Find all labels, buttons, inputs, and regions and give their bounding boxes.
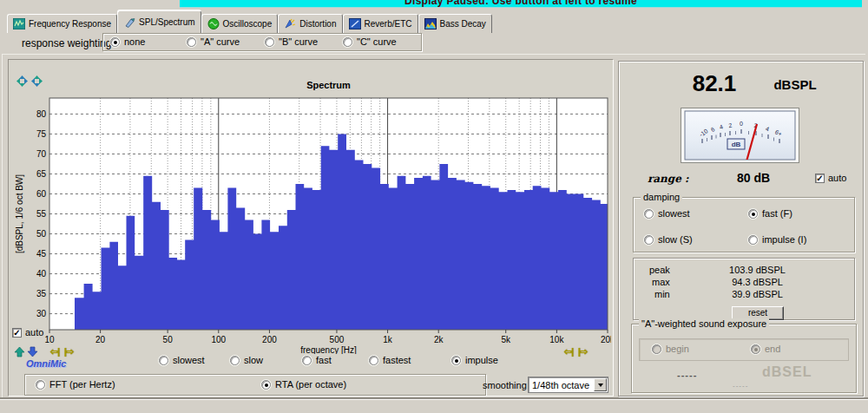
pan-left-icon-right[interactable]: ⇦| bbox=[564, 346, 573, 357]
radio-circle[interactable] bbox=[343, 37, 352, 47]
y-auto-checkbox-label: auto bbox=[25, 327, 43, 338]
mode-radio-fft-per-hertz[interactable]: FFT (per Hertz) bbox=[36, 379, 115, 390]
tab-bass-decay[interactable]: Bass Decay bbox=[418, 14, 492, 33]
svg-text:20k: 20k bbox=[601, 335, 611, 344]
radio-circle[interactable] bbox=[748, 235, 758, 245]
tab-oscilloscope[interactable]: Oscilloscope bbox=[201, 14, 279, 33]
weighting-radio-a-curve[interactable]: "A" curve bbox=[187, 36, 240, 47]
weighting-radio-none[interactable]: none bbox=[110, 36, 145, 47]
weighting-radio-c-curve[interactable]: "C" curve bbox=[343, 36, 397, 47]
svg-text:55: 55 bbox=[36, 209, 47, 219]
reverb-etc-icon bbox=[349, 18, 361, 30]
status-bar bbox=[0, 399, 868, 413]
y-auto-checkbox-box[interactable]: ✓ bbox=[12, 328, 22, 338]
exposure-radio-end[interactable]: end bbox=[751, 344, 780, 354]
svg-text:100: 100 bbox=[211, 335, 226, 344]
chevron-down-icon bbox=[598, 384, 603, 387]
radio-circle[interactable] bbox=[261, 380, 271, 390]
omnimic-watermark: OmniMic bbox=[26, 358, 66, 369]
pan-right-icon[interactable]: |⇨ bbox=[64, 346, 73, 357]
frequency-response-icon bbox=[13, 18, 25, 30]
svg-text:10: 10 bbox=[44, 335, 55, 344]
oscilloscope-icon bbox=[207, 18, 220, 30]
tab-spl-spectrum[interactable]: SPL/Spectrum bbox=[117, 10, 201, 33]
stat-row-max: max94.3 dBSPL bbox=[634, 277, 854, 289]
radio-circle[interactable] bbox=[159, 356, 168, 365]
radio-circle[interactable] bbox=[265, 37, 274, 47]
radio-circle[interactable] bbox=[652, 344, 661, 354]
svg-text:500: 500 bbox=[330, 335, 345, 344]
radio-label: "A" curve bbox=[201, 36, 240, 47]
paused-banner: Display Paused: Use button at left to re… bbox=[180, 0, 862, 8]
exposure-radio-box: beginend bbox=[639, 338, 849, 361]
svg-text:45: 45 bbox=[36, 249, 47, 259]
speed-radio-slowest[interactable]: slowest bbox=[159, 355, 205, 365]
damping-radio-fast-f[interactable]: fast (F) bbox=[748, 208, 792, 219]
weighting-radio-b-curve[interactable]: "B" curve bbox=[265, 36, 318, 47]
tab-label: Bass Decay bbox=[440, 19, 486, 29]
y-auto-checkbox[interactable]: ✓ auto bbox=[12, 327, 43, 338]
shift-down-icon[interactable] bbox=[27, 346, 38, 357]
x-axis-label: frequency [Hz] bbox=[300, 345, 357, 354]
radio-circle[interactable] bbox=[748, 209, 758, 219]
speed-radio-slow[interactable]: slow bbox=[230, 355, 263, 365]
damping-radio-slow-s[interactable]: slow (S) bbox=[644, 234, 693, 245]
radio-circle[interactable] bbox=[751, 344, 760, 354]
shift-up-icon[interactable] bbox=[14, 346, 25, 357]
exposure-radio-begin[interactable]: begin bbox=[652, 344, 689, 354]
radio-label: fast (F) bbox=[762, 208, 792, 219]
tab-label: Oscilloscope bbox=[223, 19, 273, 29]
speed-radio-impulse[interactable]: impulse bbox=[451, 355, 498, 365]
stat-label: max bbox=[652, 277, 670, 287]
radio-circle[interactable] bbox=[644, 209, 654, 219]
autoscale-xy-icon[interactable] bbox=[31, 75, 43, 87]
paused-banner-text: Display Paused: Use button at left to re… bbox=[180, 0, 862, 7]
spectrum-chart: 30354045505560657075801020501002005001k2… bbox=[10, 62, 611, 354]
radio-circle[interactable] bbox=[36, 380, 45, 390]
stat-row-min: min39.9 dBSPL bbox=[634, 289, 854, 301]
fft-rta-group: FFT (per Hertz)RTA (per octave) bbox=[24, 374, 486, 396]
svg-text:75: 75 bbox=[36, 129, 47, 139]
radio-circle[interactable] bbox=[230, 356, 240, 365]
radio-label: fastest bbox=[383, 355, 411, 365]
pan-left-icon[interactable]: ⇦| bbox=[50, 346, 59, 357]
radio-circle[interactable] bbox=[644, 235, 654, 245]
svg-text:70: 70 bbox=[36, 149, 47, 159]
meter-unit-label: dB bbox=[732, 141, 741, 148]
range-value: 80 dB bbox=[714, 171, 792, 185]
smoothing-dropdown[interactable]: 1/48th octave bbox=[528, 377, 608, 393]
radio-label: "B" curve bbox=[279, 36, 318, 47]
radio-label: "C" curve bbox=[357, 36, 397, 47]
radio-circle[interactable] bbox=[451, 356, 461, 365]
radio-circle[interactable] bbox=[187, 37, 196, 47]
svg-text:0: 0 bbox=[740, 121, 743, 127]
tab-reverb-etc[interactable]: Reverb/ETC bbox=[343, 14, 418, 33]
svg-text:30: 30 bbox=[36, 309, 47, 318]
radio-circle[interactable] bbox=[110, 37, 120, 47]
speed-radio-fastest[interactable]: fastest bbox=[369, 355, 411, 365]
range-auto-checkbox-label: auto bbox=[828, 173, 846, 183]
radio-circle[interactable] bbox=[369, 356, 378, 365]
bass-decay-icon bbox=[424, 18, 437, 30]
tab-frequency-response[interactable]: Frequency Response bbox=[7, 14, 117, 33]
pan-right-icon-right[interactable]: |⇨ bbox=[578, 346, 587, 357]
radio-label: slowest bbox=[173, 355, 205, 365]
tab-label: Reverb/ETC bbox=[365, 19, 412, 29]
svg-text:50: 50 bbox=[36, 229, 47, 239]
smoothing-dropdown-button[interactable] bbox=[594, 378, 607, 391]
mode-radio-rta-per-octave[interactable]: RTA (per octave) bbox=[261, 379, 346, 390]
range-auto-checkbox-box[interactable]: ✓ bbox=[815, 174, 825, 183]
tab-label: SPL/Spectrum bbox=[139, 17, 194, 27]
smoothing-label: smoothing bbox=[483, 380, 527, 390]
damping-radio-slowest[interactable]: slowest bbox=[644, 208, 690, 219]
autoscale-y-icon[interactable] bbox=[16, 75, 28, 87]
tab-label: Distortion bbox=[299, 19, 336, 29]
tab-distortion[interactable]: Distortion bbox=[278, 14, 342, 33]
smoothing-value: 1/48th octave bbox=[529, 380, 594, 390]
speed-radio-fast[interactable]: fast bbox=[302, 355, 332, 365]
svg-text:20: 20 bbox=[95, 335, 106, 344]
svg-text:80: 80 bbox=[36, 109, 47, 119]
range-auto-checkbox[interactable]: ✓ auto bbox=[815, 173, 846, 183]
radio-circle[interactable] bbox=[302, 356, 312, 365]
damping-radio-impulse-i[interactable]: impulse (I) bbox=[748, 234, 806, 245]
